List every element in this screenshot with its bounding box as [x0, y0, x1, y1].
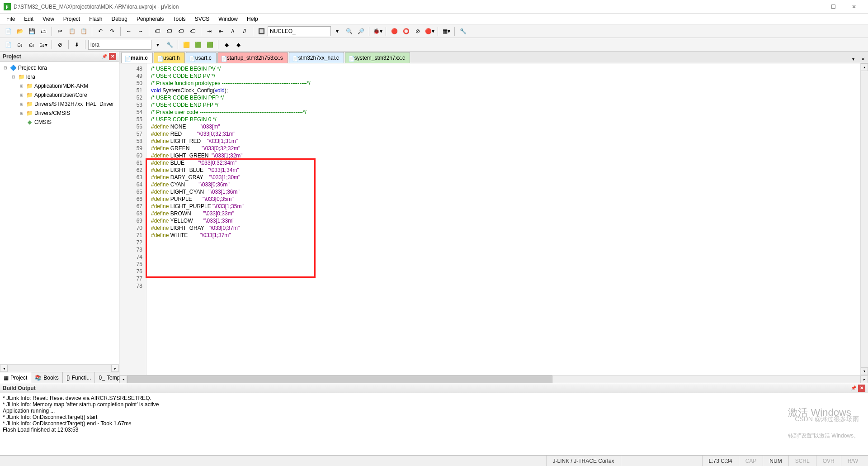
scroll-up-button[interactable]: ▴ [861, 63, 868, 71]
indent-button[interactable]: ⇥ [204, 26, 215, 37]
editor-tab[interactable]: 📄stm32h7xx_hal.c [289, 52, 344, 63]
project-tree[interactable]: ⊟ 🔷 Project: lora ⊟ 📁 lora ⊞📁Application… [0, 62, 119, 364]
menu-file[interactable]: File [2, 14, 19, 24]
menu-flash[interactable]: Flash [85, 14, 107, 24]
scroll-left-button[interactable]: ◂ [119, 376, 127, 383]
translate-button[interactable]: 📄 [3, 39, 14, 50]
expand-icon[interactable]: ⊟ [11, 75, 16, 79]
breakpoint-disable-button[interactable]: ⊘ [412, 26, 423, 37]
code-area[interactable]: /* USER CODE BEGIN PV *//* USER CODE END… [146, 63, 860, 375]
tab-close-button[interactable]: ✕ [859, 55, 867, 63]
close-button[interactable]: ✕ [844, 0, 864, 14]
editor-tab[interactable]: 📄usart.h [154, 52, 185, 63]
undo-button[interactable]: ↶ [95, 26, 106, 37]
panel-tab-books[interactable]: 📚Books [31, 372, 62, 383]
menu-tools[interactable]: Tools [169, 14, 190, 24]
target-select[interactable] [88, 40, 151, 50]
pack-installer-button[interactable]: ◆ [221, 39, 232, 50]
panel-close-button[interactable]: ✕ [109, 53, 116, 60]
build-output-body[interactable]: * JLink Info: Reset: Reset device via AI… [0, 393, 868, 455]
panel-close-button[interactable]: ✕ [858, 385, 865, 392]
tree-group[interactable]: ⊞📁Drivers/STM32H7xx_HAL_Driver [0, 100, 119, 109]
target-dropdown-button[interactable]: ▾ [152, 39, 163, 50]
tree-group[interactable]: ◆CMSIS [0, 118, 119, 127]
menu-window[interactable]: Window [214, 14, 242, 24]
find-button[interactable]: 🔍 [344, 26, 354, 37]
maximize-button[interactable]: ☐ [823, 0, 844, 14]
rebuild-button[interactable]: 🗂 [26, 39, 37, 50]
menu-help[interactable]: Help [242, 14, 263, 24]
tree-root[interactable]: ⊟ 🔷 Project: lora [0, 63, 119, 72]
outdent-button[interactable]: ⇤ [216, 26, 226, 37]
save-all-button[interactable]: 🗃 [38, 26, 49, 37]
paste-button[interactable]: 📋 [78, 26, 89, 37]
manage-rtos-button[interactable]: 🟨 [181, 39, 192, 50]
panel-tab-project[interactable]: ▦Project [0, 372, 31, 383]
editor-tab[interactable]: 📄startup_stm32h753xx.s [217, 52, 288, 63]
nav-forward-button[interactable]: → [135, 26, 146, 37]
scroll-right-button[interactable]: ▸ [860, 376, 868, 383]
bookmark-clear-button[interactable]: 🏷 [187, 26, 198, 37]
editor-tab[interactable]: 📄usart.c [186, 52, 217, 63]
incremental-find-button[interactable]: 🔎 [355, 26, 366, 37]
pin-button[interactable]: 📌 [850, 385, 857, 392]
stop-build-button[interactable]: ⊘ [55, 39, 66, 50]
expand-icon[interactable]: ⊞ [19, 93, 24, 97]
tab-list-button[interactable]: ▾ [849, 55, 857, 63]
menu-view[interactable]: View [38, 14, 59, 24]
scroll-track[interactable] [861, 71, 868, 367]
new-file-button[interactable]: 📄 [3, 26, 14, 37]
bookmark-button[interactable]: 🏷 [152, 26, 163, 37]
batch-build-button[interactable]: 🗂▾ [38, 39, 49, 50]
scroll-track[interactable] [127, 376, 860, 383]
expand-icon[interactable]: ⊞ [19, 102, 24, 106]
bookmark-next-button[interactable]: 🏷 [175, 26, 186, 37]
editor-vscrollbar[interactable]: ▴ ▾ [860, 63, 868, 375]
project-hscrollbar[interactable]: ◂ ▸ [0, 364, 119, 372]
scroll-left-button[interactable]: ◂ [0, 365, 8, 372]
window-layout-button[interactable]: ▦▾ [441, 26, 452, 37]
debug-button[interactable]: 🐞▾ [372, 26, 383, 37]
tree-target[interactable]: ⊟ 📁 lora [0, 72, 119, 81]
editor-tab[interactable]: 📄system_stm32h7xx.c [345, 52, 410, 63]
bookmark-prev-button[interactable]: 🏷 [164, 26, 175, 37]
tree-group[interactable]: ⊞📁Drivers/CMSIS [0, 109, 119, 118]
editor-tab[interactable]: 📄main.c [121, 52, 153, 63]
editor-hscrollbar[interactable]: ◂ ▸ [119, 375, 868, 383]
uncomment-button[interactable]: // [239, 26, 250, 37]
scroll-right-button[interactable]: ▸ [111, 365, 119, 372]
scroll-track[interactable] [8, 365, 111, 372]
tree-group[interactable]: ⊞📁Application/User/Core [0, 90, 119, 100]
target-options-button[interactable]: 🔧 [164, 39, 175, 50]
menu-edit[interactable]: Edit [19, 14, 38, 24]
panel-tab-functi[interactable]: {}Functi... [63, 372, 95, 383]
menu-debug[interactable]: Debug [107, 14, 132, 24]
nav-back-button[interactable]: ← [123, 26, 134, 37]
comment-button[interactable]: // [227, 26, 238, 37]
breakpoint-kill-button[interactable]: 🔴▾ [424, 26, 435, 37]
expand-icon[interactable]: ⊟ [3, 66, 8, 70]
tree-group[interactable]: ⊞📁Application/MDK-ARM [0, 81, 119, 90]
open-file-button[interactable]: 📂 [14, 26, 25, 37]
find-input[interactable] [268, 26, 331, 36]
expand-icon[interactable]: ⊞ [19, 111, 24, 115]
download-button[interactable]: ⬇ [71, 39, 82, 50]
scroll-down-button[interactable]: ▾ [861, 367, 868, 375]
manage-packs-button[interactable]: 🟩 [193, 39, 203, 50]
save-button[interactable]: 💾 [26, 26, 37, 37]
configure-button[interactable]: 🔧 [458, 26, 468, 37]
menu-peripherals[interactable]: Peripherals [132, 14, 169, 24]
manage-components-button[interactable]: ◆ [233, 39, 244, 50]
menu-svcs[interactable]: SVCS [190, 14, 214, 24]
expand-icon[interactable]: ⊞ [19, 84, 24, 88]
pin-button[interactable]: 📌 [101, 53, 108, 60]
breakpoint-toggle-button[interactable]: ⭕ [401, 26, 411, 37]
minimize-button[interactable]: ─ [802, 0, 823, 14]
breakpoint-insert-button[interactable]: 🔴 [389, 26, 400, 37]
select-packs-button[interactable]: 🟩 [204, 39, 215, 50]
dropdown-button[interactable]: ▾ [332, 26, 343, 37]
copy-button[interactable]: 📋 [66, 26, 77, 37]
redo-button[interactable]: ↷ [107, 26, 118, 37]
scroll-thumb[interactable] [127, 376, 552, 383]
menu-project[interactable]: Project [59, 14, 85, 24]
